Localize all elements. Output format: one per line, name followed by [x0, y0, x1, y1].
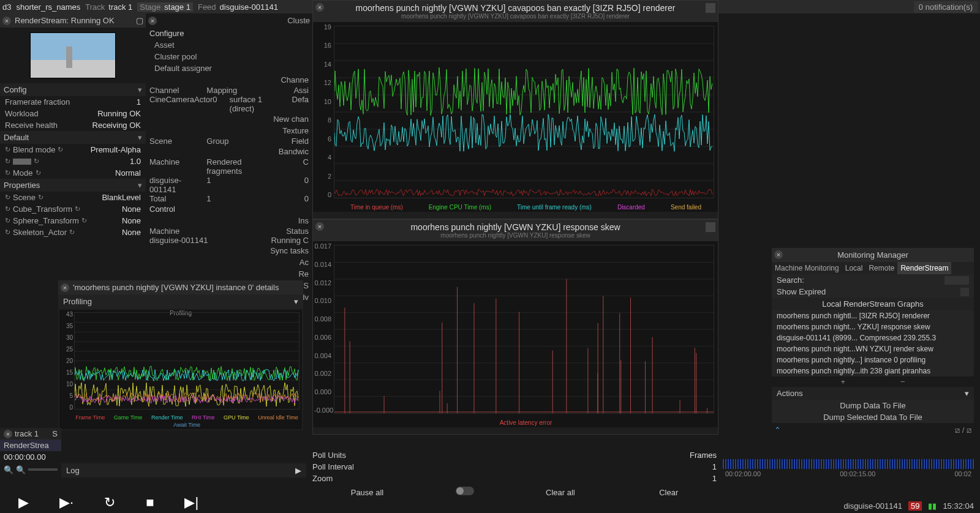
cluster-pool-item[interactable]: Cluster pool [146, 51, 312, 62]
defa-cell[interactable]: Defa [275, 95, 309, 113]
new-channel-button[interactable]: New chan [146, 113, 312, 125]
search-input[interactable] [944, 276, 969, 285]
default-header[interactable]: Default [4, 133, 29, 142]
close-icon[interactable]: × [774, 250, 783, 259]
camera-cell[interactable]: CineCameraActor0 [149, 95, 217, 113]
tab-local[interactable]: Local [842, 262, 866, 274]
poll-units-value[interactable]: Frames [690, 451, 717, 460]
refresh-icon[interactable]: ↻ [5, 193, 10, 201]
add-icon[interactable]: + [840, 377, 845, 386]
zoom-slider[interactable] [28, 468, 58, 471]
clear-button[interactable]: Clear [647, 487, 690, 498]
play-section-button[interactable]: ▶· [59, 495, 74, 511]
tab-renderstream[interactable]: RenderStream [897, 262, 951, 274]
sphere-value[interactable]: None [122, 216, 141, 225]
graph-item[interactable]: moorhens punch nightly...] instance 0 pr… [772, 354, 974, 365]
blend-value[interactable]: Premult-Alpha [91, 145, 141, 154]
zoom-in-icon[interactable]: 🔍 [16, 465, 24, 474]
refresh-icon[interactable]: ↻ [36, 169, 41, 177]
poll-interval-value[interactable]: 1 [712, 462, 717, 471]
graph-item[interactable]: disguise-001141 (8999... Compressed 239.… [772, 332, 974, 343]
refresh-icon[interactable]: ↻ [5, 169, 10, 177]
refresh-icon[interactable]: ↻ [5, 217, 10, 225]
sphere-label: Sphere_Transform [13, 216, 79, 225]
graph1-plot[interactable] [334, 26, 714, 198]
refresh-icon[interactable]: ↻ [5, 228, 10, 236]
refresh-icon[interactable]: ↻ [58, 146, 63, 154]
log-label[interactable]: Log [66, 466, 80, 475]
actions-header[interactable]: Actions [777, 389, 803, 398]
clear-all-button[interactable]: Clear all [533, 487, 587, 498]
track-name[interactable]: track 1 [15, 429, 39, 438]
show-expired-checkbox[interactable] [960, 288, 969, 296]
stop-button[interactable]: ■ [146, 495, 154, 511]
tab-remote[interactable]: Remote [865, 262, 897, 274]
project-name[interactable]: shorter_rs_names [16, 2, 80, 12]
refresh-icon[interactable]: ↻ [5, 146, 10, 154]
close-icon[interactable]: × [315, 3, 324, 12]
graph-item[interactable]: moorhens punch night...WN YZKU] render s… [772, 343, 974, 354]
default-assigner-item[interactable]: Default assigner [146, 62, 312, 74]
graph2-y-axis: 0.0170.0140.0120.0100.0080.0060.0040.002… [313, 241, 333, 415]
close-icon[interactable]: × [315, 222, 324, 231]
asset-item[interactable]: Asset [146, 39, 312, 51]
graph-item[interactable]: moorhens punch nightl... [3IZR RJ5O] ren… [772, 310, 974, 321]
track-value[interactable]: track 1 [108, 2, 132, 12]
chevron-down-icon[interactable]: ▾ [138, 181, 142, 190]
loop-button[interactable]: ↻ [104, 495, 115, 511]
tab-machine-monitoring[interactable]: Machine Monitoring [772, 262, 842, 274]
layer-name[interactable]: RenderStrea [4, 441, 49, 450]
notifications-badge[interactable]: 0 notification(s) [914, 1, 978, 13]
play-button[interactable]: ▶ [18, 495, 29, 511]
pause-toggle[interactable] [456, 487, 474, 495]
properties-header[interactable]: Properties [4, 181, 40, 190]
close-icon[interactable]: × [4, 430, 12, 438]
timeline[interactable]: 00:02:00.00 00:02:15.00 00:02 [723, 459, 974, 484]
close-icon[interactable]: × [61, 283, 69, 292]
mode-value[interactable]: Normal [115, 168, 141, 178]
profiling-header[interactable]: Profiling [63, 297, 92, 306]
cube-value[interactable]: None [122, 204, 141, 214]
chevron-down-icon[interactable]: ▾ [965, 389, 969, 398]
edit-icon[interactable] [706, 222, 715, 232]
play-icon[interactable]: ▶ [295, 466, 301, 475]
dump-selected-button[interactable]: Dump Selected Data To File [772, 411, 974, 423]
profiling-graph[interactable]: Profiling 4335302520151050 Frame Time Ga… [59, 310, 302, 429]
graph-item[interactable]: moorhens punch night... YZKU] response s… [772, 321, 974, 332]
preview-thumbnail[interactable] [30, 32, 116, 78]
graph2-plot[interactable] [334, 245, 714, 414]
surface-cell[interactable]: surface 1 (direct) [230, 95, 263, 113]
opacity-value[interactable]: 1.0 [130, 157, 141, 166]
close-icon[interactable]: × [148, 17, 157, 25]
chevron-down-icon[interactable]: ▾ [138, 133, 142, 142]
framerate-value[interactable]: 1 [137, 97, 141, 107]
stage-value[interactable]: stage 1 [164, 2, 190, 12]
scene-value[interactable]: BlankLevel [102, 193, 141, 202]
refresh-icon[interactable]: ↻ [38, 193, 43, 201]
graph-item[interactable]: moorhens punch nightly...ith 238 giant p… [772, 365, 974, 376]
skeleton-value[interactable]: None [122, 228, 141, 237]
refresh-icon[interactable]: ↻ [81, 217, 87, 225]
refresh-icon[interactable]: ↻ [34, 157, 39, 165]
chevron-down-icon[interactable]: ▾ [294, 297, 298, 306]
config-header[interactable]: Config [4, 85, 27, 94]
chevron-down-icon[interactable]: ▾ [138, 85, 142, 94]
refresh-icon[interactable]: ↻ [69, 228, 75, 236]
refresh-icon[interactable]: ↻ [5, 157, 10, 165]
sync-tasks-label[interactable]: Sync tasks [146, 245, 312, 256]
collapse-icon[interactable]: ⌃ [774, 425, 781, 435]
refresh-icon[interactable]: ↻ [75, 205, 80, 213]
edit-icon[interactable] [706, 3, 715, 13]
remove-icon[interactable]: − [900, 377, 905, 386]
close-icon[interactable]: × [2, 17, 11, 25]
zoom-out-icon[interactable]: 🔍 [4, 465, 12, 474]
pause-all-button[interactable]: Pause all [339, 487, 396, 498]
edit-icon[interactable]: ▢ [136, 16, 143, 25]
dump-data-button[interactable]: Dump Data To File [772, 400, 974, 411]
refresh-icon[interactable]: ↻ [5, 205, 10, 213]
zoom-value[interactable]: 1 [712, 474, 717, 483]
opacity-slider[interactable] [13, 159, 31, 165]
prev-button[interactable]: ▶| [184, 495, 198, 511]
feed-value[interactable]: disguise-001141 [220, 2, 278, 12]
timeline-track[interactable] [723, 459, 974, 469]
